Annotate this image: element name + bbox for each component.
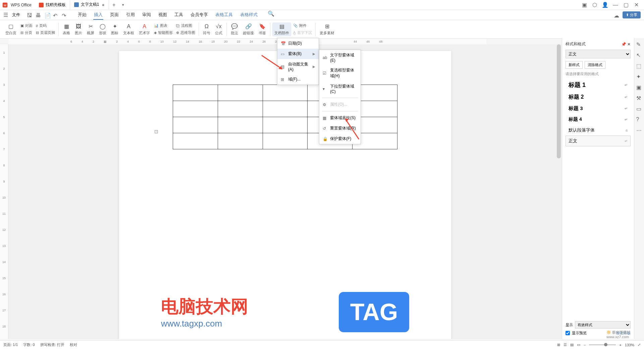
style-heading4[interactable]: 标题 4↵ xyxy=(566,114,631,125)
vertical-scrollbar[interactable] xyxy=(557,44,561,339)
side-sparkle-icon[interactable]: ✦ xyxy=(636,73,642,80)
maximize-button[interactable]: ▢ xyxy=(623,2,629,8)
menu-reset[interactable]: ↺ 重置窗体域(R) xyxy=(319,123,361,134)
side-book-icon[interactable]: ▭ xyxy=(636,106,642,112)
ribbon-more[interactable]: ⊞更多素材 xyxy=(318,23,336,36)
ruler-vertical[interactable]: 123 456 789 101112 131415 161718 19 xyxy=(0,44,8,339)
status-spell[interactable]: 拼写检查: 打开 xyxy=(40,342,64,347)
status-proof[interactable]: 校对 xyxy=(70,342,77,347)
ribbon-attachment[interactable]: 📎附件 xyxy=(292,22,313,29)
print-icon[interactable]: 🖶 xyxy=(36,12,41,18)
ribbon-icon-btn[interactable]: ✦图标 xyxy=(109,23,120,36)
menu-table-style[interactable]: 表格样式 xyxy=(239,10,258,20)
preview-checkbox[interactable] xyxy=(566,331,570,335)
side-layer-icon[interactable]: ▣ xyxy=(636,84,642,90)
new-style-button[interactable]: 新样式 xyxy=(566,61,583,69)
ribbon-hyperlink[interactable]: 🔗超链接 xyxy=(241,23,256,36)
search-icon[interactable]: 🔍 xyxy=(268,10,273,16)
tab-template[interactable]: 找稻壳模板 xyxy=(35,0,70,10)
style-heading1[interactable]: 标题 1↵ xyxy=(566,79,631,91)
share-button[interactable]: ⬆ 分享 xyxy=(623,11,641,18)
cloud-icon[interactable]: ☁ xyxy=(614,12,619,18)
ribbon-symbol[interactable]: Ω符号 xyxy=(201,23,212,36)
view-outline-icon[interactable]: ☰ xyxy=(564,343,567,347)
ribbon-equation[interactable]: √x公式 xyxy=(213,23,224,36)
ribbon-doc-parts[interactable]: ▤文档部件 xyxy=(272,22,291,36)
side-help-icon[interactable]: ? xyxy=(636,116,642,122)
menu-insert[interactable]: 插入 xyxy=(93,10,103,20)
menu-member[interactable]: 会员专享 xyxy=(190,10,209,20)
side-cursor-icon[interactable]: ↖ xyxy=(636,52,642,58)
ribbon-smartart[interactable]: ◈智能图形 xyxy=(153,30,174,36)
style-heading3[interactable]: 标题 3↵ xyxy=(566,103,631,114)
zoom-out-button[interactable]: − xyxy=(584,343,586,347)
ribbon-cover[interactable]: ▣封面 xyxy=(19,22,34,29)
hamburger-icon[interactable]: ☰ xyxy=(3,12,9,18)
close-button[interactable]: ✕ xyxy=(634,2,639,8)
tab-menu-button[interactable]: ▾ xyxy=(119,3,127,7)
ribbon-page-break[interactable]: ⊟分页 xyxy=(19,30,34,36)
style-body[interactable]: 正文↵ xyxy=(566,136,631,146)
zoom-value[interactable]: 133% xyxy=(625,343,634,347)
ribbon-mindmap[interactable]: ⊕思维导图 xyxy=(175,30,197,36)
menu-shading[interactable]: ▦ 窗体域底纹(S) xyxy=(319,113,361,123)
zoom-slider[interactable] xyxy=(589,344,616,345)
save-icon[interactable]: 🖫 xyxy=(27,12,32,18)
menu-table-tools[interactable]: 表格工具 xyxy=(215,10,233,20)
status-words[interactable]: 字数: 0 xyxy=(23,342,35,347)
ribbon-drop-cap[interactable]: A̲首字下沉 xyxy=(292,30,313,36)
view-read-icon[interactable]: ▭ xyxy=(577,343,580,347)
avatar-icon[interactable]: 👤 xyxy=(602,2,608,8)
ribbon-header-footer[interactable]: ⊟页眉页脚 xyxy=(35,30,56,36)
menu-form[interactable]: ▭ 窗体(B) ▶ xyxy=(277,49,319,59)
menu-date[interactable]: 📅 日期(D) xyxy=(277,38,319,49)
display-mode-select[interactable]: 有效样式 xyxy=(575,321,631,329)
scrollbar-thumb[interactable] xyxy=(557,44,561,158)
ribbon-page-num[interactable]: #页码 xyxy=(35,22,56,29)
ribbon-picture[interactable]: 🖼图片 xyxy=(73,23,84,36)
menu-field[interactable]: ⊞ 域(F)... xyxy=(277,74,319,85)
ribbon-chart[interactable]: 📊图表 xyxy=(153,22,174,29)
side-select-icon[interactable]: ⬚ xyxy=(636,63,642,69)
menu-view[interactable]: 视图 xyxy=(158,10,168,20)
menu-tools[interactable]: 工具 xyxy=(174,10,184,20)
ruler-horizontal[interactable]: 642 ▦ 246 81012 141618 202224 262830 32 … xyxy=(8,39,486,45)
layout-icon[interactable]: ▣ xyxy=(582,2,587,8)
style-heading2[interactable]: 标题 2↵ xyxy=(566,91,631,103)
ribbon-table[interactable]: ▦表格 xyxy=(61,23,72,36)
ribbon-textbox[interactable]: A文本框 xyxy=(121,23,136,36)
side-more-icon[interactable]: ⋯ xyxy=(636,127,642,133)
status-page[interactable]: 页面: 1/1 xyxy=(3,342,18,347)
undo-icon[interactable]: ↶ xyxy=(53,12,58,18)
preview-icon[interactable]: 📄 xyxy=(44,12,50,18)
side-pencil-icon[interactable]: ✎ xyxy=(636,41,642,47)
pin-icon[interactable]: 📌 xyxy=(621,42,626,47)
ribbon-comment[interactable]: 💬批注 xyxy=(229,23,240,36)
ribbon-shape[interactable]: ◯形状 xyxy=(97,23,108,36)
tab-add-button[interactable]: + xyxy=(109,2,119,8)
cube-icon[interactable]: ⬡ xyxy=(592,2,597,8)
ribbon-wordart[interactable]: A艺术字 xyxy=(137,23,152,36)
file-menu[interactable]: 文件 xyxy=(12,12,20,18)
menu-page[interactable]: 页面 xyxy=(109,10,119,20)
menu-text-form[interactable]: ab 文字型窗体域(E) xyxy=(319,50,361,65)
current-style-select[interactable]: 正文 xyxy=(566,50,631,58)
document-table[interactable]: 男 xyxy=(173,85,397,149)
menu-checkbox-form[interactable]: ☑ 复选框型窗体域(H) xyxy=(319,65,361,81)
menu-review[interactable]: 审阅 xyxy=(142,10,152,20)
menu-reference[interactable]: 引用 xyxy=(125,10,136,20)
menu-dropdown-form[interactable]: ▾ 下拉型窗体域(C) xyxy=(319,81,361,96)
menu-start[interactable]: 开始 xyxy=(77,10,87,20)
document-area[interactable]: ⊡ 男 xyxy=(8,44,562,339)
clear-format-button[interactable]: 清除格式 xyxy=(585,61,605,69)
style-default-font[interactable]: 默认段落字体a xyxy=(566,125,631,136)
zoom-in-button[interactable]: + xyxy=(619,343,621,347)
view-mode-icon[interactable]: ⊞ xyxy=(557,343,560,347)
panel-close-icon[interactable]: ✕ xyxy=(627,42,631,47)
redo-icon[interactable]: ↷ xyxy=(62,12,67,18)
ribbon-blank-page[interactable]: ▢空白页 xyxy=(3,23,18,36)
minimize-button[interactable]: — xyxy=(613,2,618,8)
ribbon-bookmark[interactable]: 🔖书签 xyxy=(257,23,268,36)
ribbon-screenshot[interactable]: ✂截屏 xyxy=(85,23,96,36)
view-web-icon[interactable]: ▤ xyxy=(570,343,574,347)
